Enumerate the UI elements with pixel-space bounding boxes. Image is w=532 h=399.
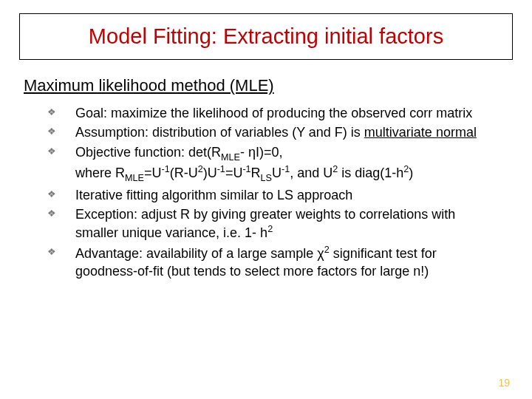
diamond-bullet-icon: ❖ xyxy=(47,146,58,157)
bullet-text: Advantage: availability of a large sampl… xyxy=(75,244,501,281)
page-number: 19 xyxy=(498,377,510,389)
list-item: ❖Objective function: det(RMLE- ηI)=0,whe… xyxy=(47,143,501,185)
slide-subtitle: Maximum likelihood method (MLE) xyxy=(24,76,532,95)
list-item: ❖Exception: adjust R by giving greater w… xyxy=(47,205,501,242)
diamond-bullet-icon: ❖ xyxy=(47,247,58,257)
slide-title: Model Fitting: Extracting initial factor… xyxy=(27,24,505,49)
diamond-bullet-icon: ❖ xyxy=(47,107,58,117)
diamond-bullet-icon: ❖ xyxy=(47,208,58,219)
list-item: ❖Goal: maximize the likelihood of produc… xyxy=(47,104,501,122)
bullet-text: Goal: maximize the likelihood of produci… xyxy=(75,104,472,122)
bullet-text: Exception: adjust R by giving greater we… xyxy=(75,205,501,242)
bullet-list: ❖Goal: maximize the likelihood of produc… xyxy=(47,104,501,280)
diamond-bullet-icon: ❖ xyxy=(47,189,58,200)
list-item: ❖Iterative fitting algorithm similar to … xyxy=(47,186,501,204)
list-item: ❖Assumption: distribution of variables (… xyxy=(47,123,501,141)
bullet-text: Objective function: det(RMLE- ηI)=0,wher… xyxy=(75,143,413,185)
list-item: ❖Advantage: availability of a large samp… xyxy=(47,244,501,281)
bullet-text: Iterative fitting algorithm similar to L… xyxy=(75,186,352,204)
title-box: Model Fitting: Extracting initial factor… xyxy=(19,13,513,60)
bullet-text: Assumption: distribution of variables (Y… xyxy=(75,123,477,141)
diamond-bullet-icon: ❖ xyxy=(47,126,58,137)
